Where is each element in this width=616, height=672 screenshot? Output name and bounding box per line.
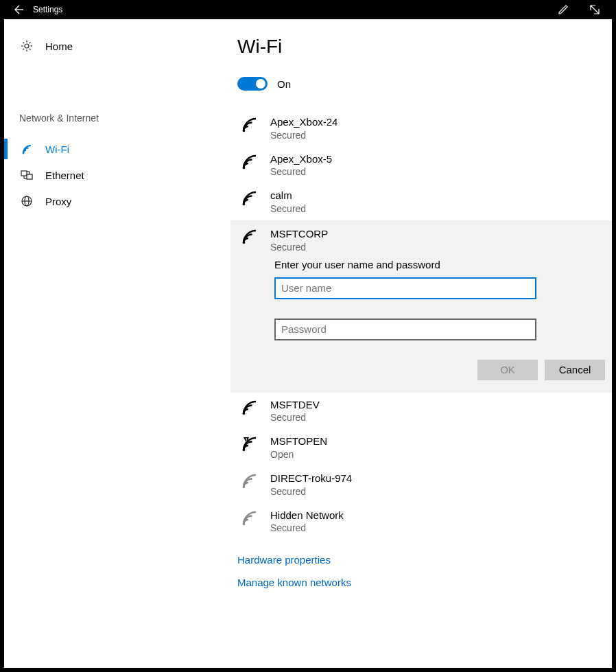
wifi-toggle-label: On bbox=[277, 78, 291, 90]
fullscreen-icon[interactable] bbox=[589, 3, 601, 16]
password-input[interactable] bbox=[274, 318, 536, 340]
sidebar-item-wifi[interactable]: Wi-Fi bbox=[4, 136, 230, 162]
wifi-network-item[interactable]: DIRECT-roku-974 Secured bbox=[230, 466, 612, 503]
sidebar-item-label: Wi-Fi bbox=[45, 143, 69, 155]
wifi-network-item[interactable]: Apex_Xbox-5 Secured bbox=[230, 147, 612, 184]
wifi-signal-icon bbox=[240, 115, 259, 133]
gear-icon bbox=[19, 40, 34, 52]
wifi-network-item[interactable]: MSFTOPEN Open bbox=[230, 429, 612, 466]
wifi-links: Hardware properties Manage known network… bbox=[230, 540, 612, 594]
wifi-ssid: Apex_Xbox-24 bbox=[270, 115, 337, 129]
wifi-ssid: Hidden Network bbox=[270, 509, 344, 522]
edit-icon[interactable] bbox=[557, 3, 569, 16]
wifi-ssid: Apex_Xbox-5 bbox=[270, 152, 332, 166]
wifi-signal-icon bbox=[240, 189, 259, 207]
wifi-status: Secured bbox=[270, 202, 306, 215]
wifi-network-item[interactable]: Hidden Network Secured bbox=[230, 503, 612, 540]
wifi-ssid: DIRECT-roku-974 bbox=[270, 472, 352, 485]
wifi-network-list: Apex_Xbox-24 Secured Apex_Xbox-5 Secured bbox=[230, 110, 612, 540]
wifi-status: Open bbox=[270, 448, 327, 461]
wifi-network-item[interactable]: calm Secured bbox=[230, 183, 612, 220]
wifi-icon bbox=[19, 143, 34, 155]
wifi-network-item[interactable]: Apex_Xbox-24 Secured bbox=[230, 110, 612, 147]
sidebar-home-label: Home bbox=[45, 40, 73, 52]
sidebar-item-label: Ethernet bbox=[45, 170, 84, 181]
wifi-toggle-row: On bbox=[230, 77, 612, 110]
wifi-signal-icon bbox=[240, 227, 259, 245]
ok-button[interactable]: OK bbox=[477, 360, 538, 380]
main-panel: Wi-Fi On Apex_Xbox-24 Secured bbox=[230, 19, 612, 668]
wifi-status: Secured bbox=[270, 522, 344, 534]
wifi-signal-open-icon bbox=[240, 435, 259, 452]
wifi-network-item-expanded: MSFTCORP Secured Enter your user name an… bbox=[230, 220, 612, 393]
window-title: Settings bbox=[33, 5, 62, 14]
cancel-button[interactable]: Cancel bbox=[545, 360, 605, 380]
wifi-ssid: MSFTOPEN bbox=[270, 435, 327, 448]
sidebar-item-label: Proxy bbox=[45, 196, 71, 207]
auth-prompt: Enter your user name and password bbox=[274, 259, 612, 270]
sidebar-section-heading: Network & Internet bbox=[4, 113, 230, 124]
wifi-signal-icon bbox=[240, 472, 259, 489]
wifi-status: Secured bbox=[270, 485, 352, 498]
wifi-status: Secured bbox=[270, 241, 328, 253]
wifi-status: Secured bbox=[270, 411, 320, 424]
wifi-toggle[interactable] bbox=[237, 77, 268, 91]
wifi-status: Secured bbox=[270, 129, 337, 141]
link-hardware-properties[interactable]: Hardware properties bbox=[237, 548, 612, 571]
link-manage-known-networks[interactable]: Manage known networks bbox=[237, 571, 612, 594]
wifi-status: Secured bbox=[270, 165, 332, 178]
sidebar-home[interactable]: Home bbox=[4, 36, 230, 56]
username-input[interactable] bbox=[274, 277, 536, 299]
wifi-ssid: MSFTCORP bbox=[270, 227, 328, 241]
wifi-signal-icon bbox=[240, 398, 259, 416]
titlebar: Settings bbox=[4, 0, 612, 19]
sidebar-item-proxy[interactable]: Proxy bbox=[4, 188, 230, 214]
back-icon[interactable] bbox=[12, 3, 25, 16]
page-title: Wi-Fi bbox=[230, 36, 612, 77]
wifi-ssid: calm bbox=[270, 189, 306, 202]
sidebar: Home Network & Internet Wi-Fi Ethernet bbox=[4, 19, 230, 668]
sidebar-item-ethernet[interactable]: Ethernet bbox=[4, 162, 230, 188]
wifi-ssid: MSFTDEV bbox=[270, 398, 320, 412]
globe-icon bbox=[19, 195, 34, 207]
wifi-network-item[interactable]: MSFTDEV Secured bbox=[230, 393, 612, 430]
wifi-signal-icon bbox=[240, 152, 259, 170]
wifi-signal-icon bbox=[240, 509, 259, 526]
ethernet-icon bbox=[19, 169, 34, 181]
